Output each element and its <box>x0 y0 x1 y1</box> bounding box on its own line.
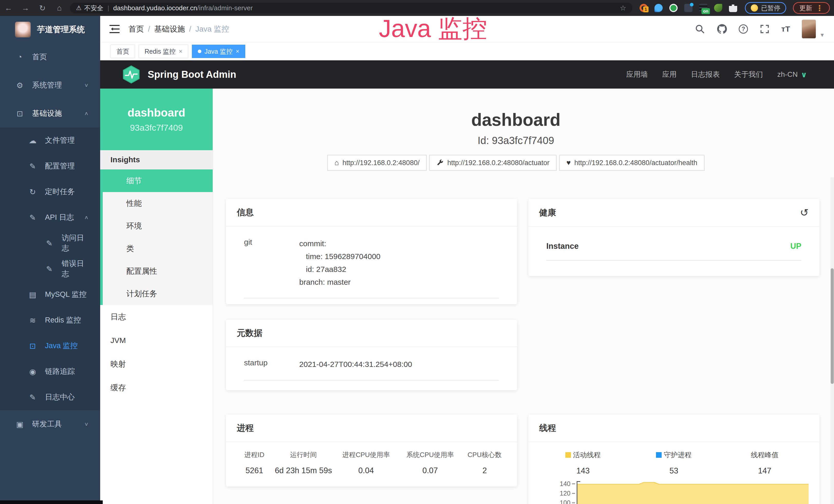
hamburger-icon[interactable] <box>109 25 120 33</box>
reload-icon[interactable]: ↻ <box>34 4 51 13</box>
sidebar-item-infra[interactable]: ⊡ 基础设施 ∧ <box>0 99 100 128</box>
app-logo-row[interactable]: 芋道管理系统 <box>0 16 100 43</box>
sidebar-item-dev-tools[interactable]: ▣ 研发工具 ∨ <box>0 410 100 438</box>
sba-language-value: zh-CN <box>777 70 797 78</box>
puzzle-extension-icon[interactable] <box>729 4 737 12</box>
breadcrumb-home[interactable]: 首页 <box>128 24 144 35</box>
annotation-overlay: Java 监控 <box>379 12 487 46</box>
sba-item-logs[interactable]: 日志 <box>100 305 213 329</box>
info-label: git <box>244 237 299 289</box>
yellow-legend-swatch-icon <box>565 452 571 458</box>
sidebar-item-label: 基础设施 <box>32 108 62 119</box>
sba-brand-title[interactable]: Spring Boot Admin <box>148 69 236 80</box>
lines-extension-icon[interactable]: on <box>699 4 707 12</box>
forward-icon[interactable]: → <box>17 4 34 12</box>
tab-label: 首页 <box>116 47 129 56</box>
close-icon[interactable]: × <box>236 48 239 55</box>
paused-badge[interactable]: 已暂停 <box>745 2 786 14</box>
leaf-extension-icon[interactable] <box>714 4 722 12</box>
extension-icon-1[interactable]: 1 <box>640 4 648 12</box>
spring-boot-admin-logo-icon <box>122 65 140 84</box>
cards-left-column: 信息 git commit: time: 1596289704000 id: 2… <box>226 199 517 486</box>
blue-legend-swatch-icon <box>656 452 662 458</box>
sba-link-wall[interactable]: 应用墙 <box>626 70 648 79</box>
back-icon[interactable]: ← <box>0 4 17 12</box>
card-title: 元数据 <box>237 327 262 339</box>
paused-label: 已暂停 <box>761 4 780 12</box>
fullscreen-icon[interactable] <box>759 24 770 35</box>
bookmark-star-icon[interactable]: ☆ <box>620 4 626 12</box>
actuator-url-chip[interactable]: http://192.168.0.2:48080/actuator <box>429 155 556 171</box>
sba-section-insights[interactable]: Insights <box>100 150 213 169</box>
header-actions: ? тT ▾ <box>695 20 824 39</box>
process-col-cores: CPU核心数 <box>462 450 508 459</box>
sba-language-select[interactable]: zh-CN ∨ <box>777 70 807 79</box>
pin-extension-icon[interactable] <box>655 4 663 12</box>
update-label: 更新 <box>799 4 812 12</box>
sidebar-item-system[interactable]: ⚙ 系统管理 ∨ <box>0 71 100 99</box>
url-separator: | <box>108 4 109 12</box>
sidebar-item-files[interactable]: ☁ 文件管理 <box>0 128 100 153</box>
y-tickmark <box>572 483 575 484</box>
close-icon[interactable]: × <box>179 48 182 55</box>
sidebar-item-java[interactable]: ⊡ Java 监控 <box>0 333 100 359</box>
instance-header[interactable]: dashboard 93a3fc7f7409 <box>100 89 213 150</box>
instance-links: ⌂ http://192.168.0.2:48080/ http://192.1… <box>213 155 818 171</box>
sidebar-item-label: 系统管理 <box>32 80 62 90</box>
sidebar-item-mysql[interactable]: ▤ MySQL 监控 <box>0 282 100 307</box>
sba-item-mappings[interactable]: 映射 <box>100 352 213 376</box>
text-size-icon[interactable]: тT <box>781 25 790 33</box>
github-icon[interactable] <box>717 24 727 35</box>
sba-item-details[interactable]: 细节 <box>100 169 213 192</box>
process-card-title: 进程 <box>226 415 517 442</box>
history-icon[interactable]: ↺ <box>800 207 809 219</box>
sidebar-item-redis[interactable]: ≋ Redis 监控 <box>0 307 100 333</box>
threads-area-chart <box>577 481 809 504</box>
live-threads-value: 143 <box>537 466 629 476</box>
grid-extension-icon[interactable] <box>684 4 693 12</box>
sba-link-about[interactable]: 关于我们 <box>734 70 763 79</box>
sba-item-caches[interactable]: 缓存 <box>100 376 213 399</box>
sba-item-classes[interactable]: 类 <box>100 237 213 260</box>
process-cores-value: 2 <box>462 466 508 475</box>
sidebar-item-config[interactable]: ✎ 配置管理 <box>0 153 100 179</box>
sba-item-config-props[interactable]: 配置属性 <box>100 260 213 282</box>
service-url-chip[interactable]: ⌂ http://192.168.0.2:48080/ <box>327 155 426 171</box>
sba-item-jvm[interactable]: JVM <box>100 329 213 352</box>
sidebar-item-label: 错误日志 <box>62 258 89 279</box>
update-button[interactable]: 更新 ⋮ <box>793 2 830 14</box>
tab-home[interactable]: 首页 <box>110 45 135 58</box>
health-url-chip[interactable]: ♥ http://192.168.0.2:48080/actuator/heal… <box>559 155 705 171</box>
tab-redis[interactable]: Redis 监控 × <box>139 45 188 58</box>
home-icon[interactable]: ⌂ <box>51 4 68 12</box>
chevron-down-icon: ∨ <box>84 421 89 427</box>
sidebar-item-jobs[interactable]: ↻ 定时任务 <box>0 179 100 205</box>
scrollbar-thumb[interactable] <box>831 268 834 384</box>
sidebar-item-log-center[interactable]: ✎ 日志中心 <box>0 384 100 410</box>
edit-icon: ✎ <box>44 239 55 248</box>
sba-link-journal[interactable]: 日志报表 <box>691 70 720 79</box>
sidebar-item-access-log[interactable]: ✎ 访问日志 <box>0 230 100 256</box>
sidebar-item-label: 文件管理 <box>45 135 75 145</box>
sidebar-item-api-log[interactable]: ✎ API 日志 ∧ <box>0 205 100 230</box>
scrollbar[interactable] <box>830 177 834 504</box>
sba-item-scheduled-tasks[interactable]: 计划任务 <box>100 282 213 305</box>
browser-menu-icon[interactable]: ⋮ <box>816 4 824 13</box>
breadcrumb-infra[interactable]: 基础设施 <box>154 24 185 35</box>
search-icon[interactable] <box>695 24 705 35</box>
sba-item-environment[interactable]: 环境 <box>100 215 213 237</box>
sidebar-item-home[interactable]: ◔ 首页 <box>0 43 100 71</box>
info-card: 信息 git commit: time: 1596289704000 id: 2… <box>226 199 517 304</box>
sidebar-item-label: API 日志 <box>45 212 74 223</box>
help-icon[interactable]: ? <box>739 24 748 33</box>
tab-java[interactable]: Java 监控 × <box>192 45 245 58</box>
sba-item-performance[interactable]: 性能 <box>100 192 213 215</box>
user-avatar[interactable] <box>802 20 816 39</box>
sidebar-item-error-log[interactable]: ✎ 错误日志 <box>0 256 100 282</box>
green-extension-icon[interactable] <box>670 4 678 12</box>
sba-link-apps[interactable]: 应用 <box>662 70 677 79</box>
sidebar-item-label: MySQL 监控 <box>45 289 87 300</box>
address-bar[interactable]: ⚠ 不安全 | dashboard.yudao.iocoder.cn /infr… <box>70 3 632 13</box>
security-label[interactable]: 不安全 <box>84 4 104 12</box>
sidebar-item-trace[interactable]: ◉ 链路追踪 <box>0 359 100 384</box>
